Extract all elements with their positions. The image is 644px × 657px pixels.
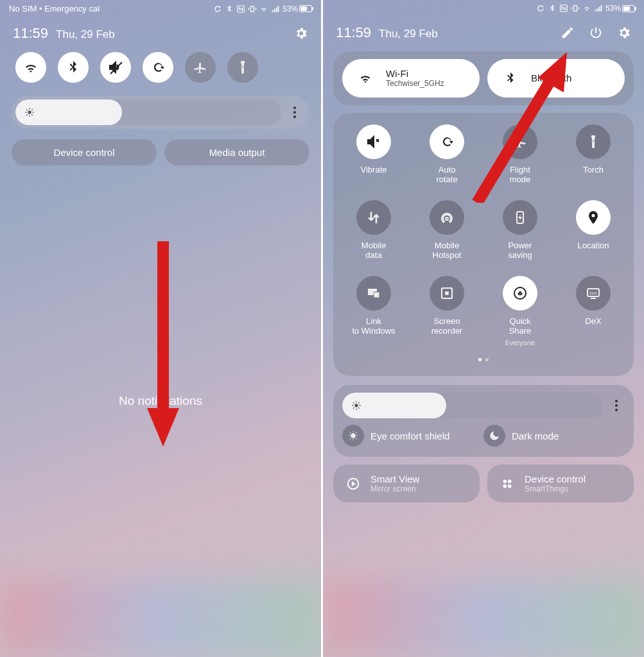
wifi-icon bbox=[582, 4, 591, 13]
bluetooth-icon bbox=[503, 71, 518, 85]
sync-icon bbox=[213, 4, 222, 13]
brightness-slider[interactable] bbox=[12, 96, 309, 129]
bluetooth-icon bbox=[548, 4, 557, 13]
date: Thu, 29 Feb bbox=[379, 28, 438, 40]
screenshot-left: No SIM • Emergency cal 53% 11:59 Thu, 29… bbox=[0, 0, 321, 657]
quick-settings-grid: VibrateAutorotateFlightmodeTorchMobileda… bbox=[333, 113, 634, 376]
power-icon[interactable] bbox=[589, 26, 603, 40]
quick-toggles-row bbox=[0, 49, 321, 92]
signal-icon bbox=[594, 4, 603, 13]
svg-point-17 bbox=[508, 484, 512, 488]
wifi-icon bbox=[259, 4, 268, 13]
dark-mode-toggle[interactable]: Dark mode bbox=[483, 425, 625, 447]
smart-view-icon bbox=[346, 477, 360, 491]
date: Thu, 29 Feb bbox=[56, 28, 115, 41]
torch-toggle[interactable] bbox=[227, 52, 258, 83]
vibrate-icon bbox=[248, 4, 257, 13]
clock: 11:59 bbox=[13, 25, 48, 42]
tile-autorotate[interactable]: Autorotate bbox=[413, 124, 481, 185]
qs-header: 11:59 Thu, 29 Feb bbox=[323, 15, 644, 49]
settings-icon[interactable] bbox=[294, 26, 308, 40]
brightness-more-icon[interactable] bbox=[608, 400, 625, 411]
status-bar: No SIM • Emergency cal 53% bbox=[0, 0, 321, 16]
no-notifications-text: No notifications bbox=[0, 394, 321, 408]
svg-point-12 bbox=[351, 433, 356, 438]
bluetooth-title: Bluetooth bbox=[531, 73, 571, 83]
svg-rect-5 bbox=[374, 292, 379, 298]
media-output-button[interactable]: Media output bbox=[164, 139, 309, 166]
tile-mobiledata[interactable]: Mobiledata bbox=[340, 200, 408, 260]
brightness-slider[interactable] bbox=[342, 393, 603, 418]
tile-flight[interactable]: Flightmode bbox=[486, 124, 554, 185]
annotation-arrow-down bbox=[144, 241, 182, 453]
tile-powersave[interactable]: Powersaving bbox=[486, 200, 554, 260]
brightness-group: Eye comfort shield Dark mode bbox=[333, 385, 634, 457]
tile-location[interactable]: Location bbox=[559, 200, 627, 260]
nfc-icon bbox=[559, 4, 568, 13]
clock: 11:59 bbox=[336, 24, 371, 41]
tile-linkwin[interactable]: Linkto Windows bbox=[340, 276, 408, 346]
svg-point-16 bbox=[503, 484, 507, 488]
brightness-icon bbox=[351, 400, 361, 411]
svg-point-1 bbox=[28, 110, 31, 114]
svg-text:DeX: DeX bbox=[589, 291, 597, 295]
airplane-toggle[interactable] bbox=[185, 52, 216, 83]
tile-vibrate[interactable]: Vibrate bbox=[340, 124, 408, 185]
wifi-title: Wi-Fi bbox=[386, 68, 444, 79]
edit-icon[interactable] bbox=[561, 26, 575, 40]
svg-point-7 bbox=[445, 291, 449, 295]
signal-icon bbox=[271, 4, 280, 13]
connectivity-group: Wi-Fi Techwiser_5GHz Bluetooth bbox=[333, 51, 634, 105]
wifi-icon bbox=[358, 71, 372, 85]
svg-point-11 bbox=[354, 404, 358, 407]
smart-view-tile[interactable]: Smart View Mirror screen bbox=[333, 465, 480, 502]
battery-indicator: 53% bbox=[283, 4, 312, 13]
bluetooth-toggle[interactable] bbox=[58, 52, 89, 83]
device-control-tile[interactable]: Device control SmartThings bbox=[487, 465, 634, 502]
screenshot-right: 53% 11:59 Thu, 29 Feb Wi-Fi Techwiser_5G… bbox=[323, 0, 644, 657]
svg-point-8 bbox=[514, 287, 526, 299]
sound-toggle[interactable] bbox=[100, 52, 131, 83]
tile-dex[interactable]: DeXDeX bbox=[559, 276, 627, 346]
rotate-toggle[interactable] bbox=[143, 52, 173, 83]
tile-screenrec[interactable]: Screenrecorder bbox=[413, 276, 481, 346]
vibrate-icon bbox=[571, 4, 580, 13]
tile-torch[interactable]: Torch bbox=[559, 124, 627, 185]
svg-point-15 bbox=[508, 479, 512, 483]
qs-header: 11:59 Thu, 29 Feb bbox=[0, 16, 321, 49]
battery-indicator: 53% bbox=[605, 4, 635, 13]
status-text: No SIM • Emergency cal bbox=[9, 4, 100, 13]
bluetooth-icon bbox=[225, 4, 234, 13]
wifi-tile[interactable]: Wi-Fi Techwiser_5GHz bbox=[342, 59, 480, 98]
status-icons: 53% bbox=[213, 4, 312, 13]
settings-icon[interactable] bbox=[617, 26, 631, 40]
wifi-subtitle: Techwiser_5GHz bbox=[386, 80, 444, 89]
eye-comfort-toggle[interactable]: Eye comfort shield bbox=[342, 425, 483, 447]
status-bar: 53% bbox=[323, 0, 644, 15]
wifi-toggle[interactable] bbox=[15, 52, 46, 83]
brightness-more-icon[interactable] bbox=[286, 107, 303, 118]
status-icons: 53% bbox=[536, 4, 635, 13]
bluetooth-tile[interactable]: Bluetooth bbox=[487, 59, 625, 98]
sync-icon bbox=[536, 4, 545, 13]
tile-quickshare[interactable]: QuickShareEveryone bbox=[486, 276, 554, 346]
eye-comfort-icon bbox=[347, 430, 359, 441]
brightness-icon bbox=[24, 107, 35, 117]
tile-hotspot[interactable]: MobileHotspot bbox=[413, 200, 481, 260]
moon-icon bbox=[489, 430, 500, 441]
grid-icon bbox=[500, 477, 514, 491]
device-control-button[interactable]: Device control bbox=[12, 139, 157, 166]
svg-point-14 bbox=[503, 479, 507, 483]
pager-dots bbox=[340, 358, 627, 362]
nfc-icon bbox=[236, 4, 245, 13]
